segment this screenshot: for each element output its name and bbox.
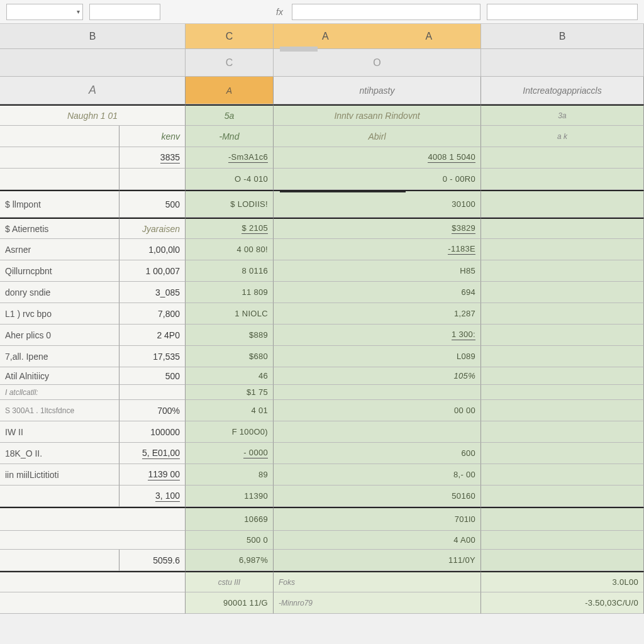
cell[interactable]: 7,all. Ipene [0, 346, 119, 367]
cell[interactable] [119, 169, 186, 190]
cell[interactable]: 1,287 [274, 303, 481, 325]
cell[interactable] [481, 282, 644, 303]
cell[interactable]: $ Atiernetis [0, 218, 119, 239]
cell[interactable]: Qillurncpbnt [0, 260, 119, 282]
cell[interactable] [481, 421, 644, 443]
cell[interactable]: $1 75 [186, 385, 274, 400]
cell-import-e[interactable] [481, 190, 644, 218]
cell[interactable]: 8 0116 [186, 260, 274, 282]
col-header-blank2[interactable] [481, 49, 644, 77]
cell[interactable]: 500 [119, 367, 186, 385]
cell[interactable] [274, 385, 481, 400]
formula-extra-input[interactable] [487, 4, 638, 20]
cell[interactable]: 11390 [186, 486, 274, 507]
cell[interactable]: 701l0 [274, 507, 481, 531]
cell[interactable]: 5059.6 [119, 550, 186, 571]
cell[interactable] [0, 592, 186, 614]
cell[interactable]: F 100O0) [186, 421, 274, 443]
cell[interactable]: 8,- 00 [274, 464, 481, 486]
cell[interactable] [481, 464, 644, 486]
cell[interactable]: 1139 00 [119, 464, 186, 486]
cell[interactable]: L1 ) rvc bpo [0, 303, 119, 325]
cell-import-label[interactable]: $ llmpont [0, 190, 119, 218]
name-box[interactable]: ▾ [6, 4, 83, 20]
cell[interactable]: iin miilLictitioti [0, 464, 119, 486]
cell[interactable]: 50160 [274, 486, 481, 507]
cell[interactable]: O -4 010 [186, 169, 274, 190]
cell[interactable]: 17,535 [119, 346, 186, 367]
cell[interactable]: 600 [274, 443, 481, 464]
cell[interactable]: cstu III [186, 571, 274, 592]
cell[interactable] [481, 218, 644, 239]
cell[interactable] [0, 550, 119, 571]
cell-title-A2[interactable]: A [186, 77, 274, 104]
cell[interactable]: donry sndie [0, 282, 119, 303]
cell[interactable] [119, 385, 186, 400]
cell[interactable]: 1 300: [274, 325, 481, 346]
cell[interactable]: 0 - 00R0 [274, 169, 481, 190]
cell[interactable] [481, 346, 644, 367]
cell[interactable]: 7,800 [119, 303, 186, 325]
cell[interactable]: 89 [186, 464, 274, 486]
cell[interactable] [481, 531, 644, 550]
cell-sub-c[interactable]: -Mnd [186, 126, 274, 147]
cell-sub-e[interactable]: a k [481, 126, 644, 147]
cell[interactable]: 500 0 [186, 531, 274, 550]
cell[interactable]: 3, 100 [119, 486, 186, 507]
cell[interactable]: 105% [274, 367, 481, 385]
cell[interactable]: 700% [119, 400, 186, 421]
cell[interactable]: Jyaraisen [119, 218, 186, 239]
cell[interactable]: -Minnro79 [274, 592, 481, 614]
cell-import-b[interactable]: 500 [119, 190, 186, 218]
cell-sub-a[interactable] [0, 126, 119, 147]
cell[interactable] [0, 486, 119, 507]
cell-sub-b[interactable]: kenv [119, 126, 186, 147]
cell[interactable]: L089 [274, 346, 481, 367]
cell[interactable]: Asrner [0, 239, 119, 260]
cell[interactable] [0, 507, 186, 531]
cell[interactable]: 11 809 [186, 282, 274, 303]
cell[interactable]: -Sm3A1c6 [186, 147, 274, 169]
name-box-2[interactable] [89, 4, 160, 20]
cell[interactable]: $3829 [274, 218, 481, 239]
cell[interactable]: 4 A00 [274, 531, 481, 550]
cell-import-d[interactable]: 30100 [274, 190, 481, 218]
cell-title-mid[interactable]: ntihpasty [274, 77, 481, 104]
cell[interactable]: 46 [186, 367, 274, 385]
col-header-C-selected[interactable]: C [186, 24, 274, 49]
cell[interactable]: 10669 [186, 507, 274, 531]
cell-title-right[interactable]: Intcreatogappriaccls [481, 77, 644, 104]
cell[interactable] [481, 385, 644, 400]
cell[interactable]: 2 4P0 [119, 325, 186, 346]
cell[interactable] [481, 325, 644, 346]
col-header-O[interactable]: O [274, 49, 481, 77]
cell[interactable] [481, 147, 644, 169]
col-header-A-selected[interactable]: A A [274, 24, 481, 49]
cell[interactable]: S 300A1 . 1ltcsfdnce [0, 400, 119, 421]
col-header-B2[interactable]: B [481, 24, 644, 49]
cell[interactable]: 694 [274, 282, 481, 303]
cell[interactable]: 3.0L00 [481, 571, 644, 592]
formula-input[interactable] [292, 4, 480, 20]
cell[interactable] [481, 303, 644, 325]
col-header-B[interactable]: B [0, 24, 186, 49]
cell[interactable]: -1183E [274, 239, 481, 260]
cell-title-A[interactable]: A [0, 77, 186, 104]
cell[interactable] [481, 507, 644, 531]
cell[interactable]: $ 2105 [186, 218, 274, 239]
cell[interactable]: 4 00 80! [186, 239, 274, 260]
cell[interactable]: 00 00 [274, 400, 481, 421]
cell[interactable] [481, 367, 644, 385]
cell[interactable]: 90001 11/G [186, 592, 274, 614]
cell[interactable]: 3_085 [119, 282, 186, 303]
cell[interactable]: Aher plics 0 [0, 325, 119, 346]
cell[interactable]: 4008 1 5040 [274, 147, 481, 169]
cell[interactable]: 18K_O II. [0, 443, 119, 464]
cell[interactable] [0, 169, 119, 190]
cell[interactable]: I atcllcatll: [0, 385, 119, 400]
cell[interactable]: H85 [274, 260, 481, 282]
cell[interactable]: 1 NIOLC [186, 303, 274, 325]
cell-import-c[interactable]: $ LODIIS! [186, 190, 274, 218]
cell[interactable]: -3.50,03C/U/0 [481, 592, 644, 614]
cell[interactable]: 3835 [119, 147, 186, 169]
